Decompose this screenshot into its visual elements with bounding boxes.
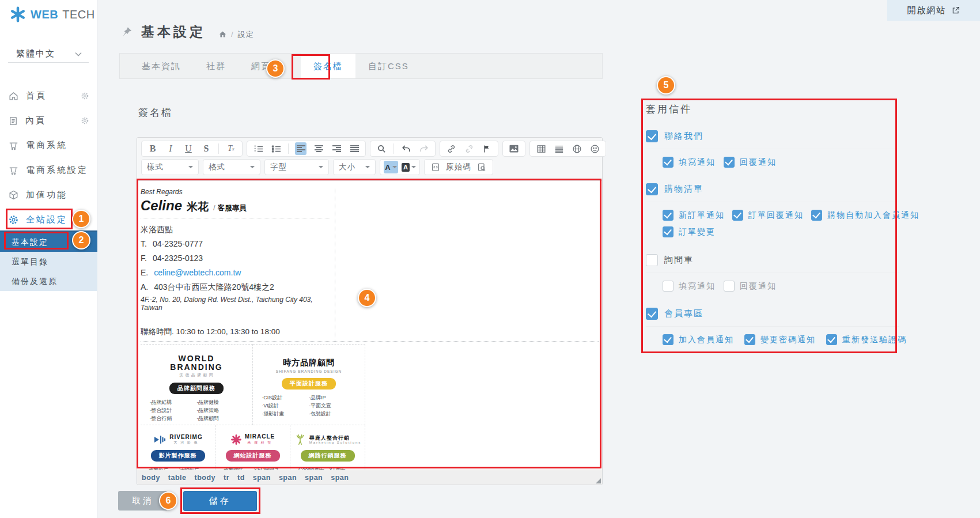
mail-sub-option[interactable]: 填寫通知 bbox=[663, 157, 716, 168]
home-icon[interactable] bbox=[218, 30, 227, 39]
brand-card-riverimg: RIVERIMG大 河 影 像 影片製作服務 ·形象影片·活動影片 ·廣告影片·… bbox=[141, 425, 215, 470]
tab-signature[interactable]: 簽名檔 bbox=[301, 54, 355, 78]
anchor-flag-icon[interactable] bbox=[481, 142, 493, 155]
align-center-icon[interactable] bbox=[313, 142, 324, 155]
signature-regards: Best Regards bbox=[141, 188, 330, 196]
text-color-button[interactable]: A bbox=[384, 161, 398, 173]
sidebar-item-inner-pages[interactable]: 內頁 bbox=[0, 108, 97, 133]
logo-text-web: WEB bbox=[31, 8, 58, 21]
remove-format-icon[interactable]: Tx bbox=[225, 142, 237, 155]
preview-icon[interactable] bbox=[476, 161, 487, 173]
gear-icon[interactable] bbox=[81, 116, 89, 125]
format-dropdown[interactable]: 格式 bbox=[203, 159, 260, 175]
checkbox[interactable] bbox=[811, 210, 822, 221]
mail-group-header[interactable]: 會員專區 bbox=[646, 308, 899, 320]
mail-group-header[interactable]: 詢問車 bbox=[646, 254, 899, 266]
unlink-icon[interactable] bbox=[463, 142, 475, 155]
resize-handle[interactable] bbox=[596, 478, 601, 483]
mail-sub-option[interactable]: 購物自動加入會員通知 bbox=[811, 210, 920, 221]
tab-custom-css[interactable]: 自訂CSS bbox=[355, 54, 422, 78]
sidebar-item-ecommerce-settings[interactable]: 電商系統設定 bbox=[0, 158, 97, 183]
open-site-link[interactable]: 開啟網站 bbox=[887, 0, 980, 21]
mail-sub-option[interactable]: 加入會員通知 bbox=[663, 334, 734, 345]
sidebar-item-home[interactable]: 首頁 bbox=[0, 84, 97, 108]
checkbox[interactable] bbox=[646, 254, 658, 266]
background-color-button[interactable]: A bbox=[402, 161, 416, 173]
mail-sub-option[interactable]: 填寫通知 bbox=[663, 281, 716, 292]
source-code-label[interactable]: 原始碼 bbox=[446, 162, 471, 172]
size-dropdown[interactable]: 大小 bbox=[333, 159, 376, 175]
source-code-icon[interactable] bbox=[430, 161, 441, 173]
italic-icon[interactable]: I bbox=[165, 142, 176, 155]
style-dropdown[interactable]: 樣式 bbox=[141, 159, 199, 175]
checkbox[interactable] bbox=[744, 334, 755, 345]
underline-icon[interactable]: U bbox=[183, 142, 194, 155]
submenu-item-backup-restore[interactable]: 備份及還原 bbox=[0, 271, 97, 291]
mail-sub-option[interactable]: 訂單回覆通知 bbox=[732, 210, 804, 221]
signature-email: E.celine@webtech.com.tw bbox=[141, 266, 330, 280]
sidebar-item-ecommerce[interactable]: 電商系統 bbox=[0, 133, 97, 158]
brand-pill: 網站設計服務 bbox=[226, 450, 280, 462]
brand-pill: 影片製作服務 bbox=[151, 450, 205, 462]
app-logo[interactable]: WEB TECH bbox=[9, 6, 95, 23]
settings-tabbar: 基本資訊 社群 網頁S 簽名檔 自訂CSS bbox=[119, 53, 603, 79]
submenu-item-menu-catalog[interactable]: 選單目錄 bbox=[0, 252, 97, 271]
image-icon[interactable] bbox=[508, 142, 520, 155]
align-justify-icon[interactable] bbox=[349, 142, 360, 155]
checkbox[interactable] bbox=[663, 210, 673, 221]
annotation-badge-4: 4 bbox=[358, 289, 376, 307]
checkbox[interactable] bbox=[646, 308, 658, 320]
checkbox[interactable] bbox=[663, 334, 673, 345]
language-selector[interactable]: 繁體中文 bbox=[16, 48, 82, 59]
pin-icon[interactable] bbox=[121, 26, 133, 38]
sidebar: WEB TECH 繁體中文 首頁 內頁 bbox=[0, 0, 97, 518]
gear-icon[interactable] bbox=[81, 92, 89, 100]
link-icon[interactable] bbox=[445, 142, 457, 155]
undo-icon[interactable] bbox=[400, 142, 412, 155]
smiley-icon[interactable] bbox=[589, 142, 600, 155]
tab-basic-info[interactable]: 基本資訊 bbox=[129, 54, 194, 78]
mail-group-shopping-list: 購物清單 新訂單通知 訂單回覆通知 購物自動加入會員通知 訂單變更 bbox=[646, 183, 899, 237]
signature-name: Celine米花/客服專員 bbox=[141, 198, 330, 214]
horizontal-rule-icon[interactable] bbox=[553, 142, 565, 155]
editor-element-path[interactable]: body table tbody tr td span span span sp… bbox=[137, 470, 602, 485]
bulleted-list-icon[interactable] bbox=[270, 142, 282, 155]
mail-group-header[interactable]: 聯絡我們 bbox=[646, 130, 899, 142]
tab-social[interactable]: 社群 bbox=[194, 54, 239, 78]
font-dropdown[interactable]: 字型 bbox=[264, 159, 329, 175]
cube-icon bbox=[8, 190, 19, 201]
checkbox[interactable] bbox=[663, 281, 673, 292]
checkbox[interactable] bbox=[826, 334, 837, 345]
redo-icon[interactable] bbox=[418, 142, 430, 155]
checkbox[interactable] bbox=[724, 281, 735, 292]
align-right-icon[interactable] bbox=[331, 142, 342, 155]
gear-icon bbox=[8, 214, 19, 225]
mail-sub-option[interactable]: 回覆通知 bbox=[724, 281, 777, 292]
checkbox[interactable] bbox=[724, 157, 735, 168]
globe-icon[interactable] bbox=[571, 142, 582, 155]
checkbox[interactable] bbox=[663, 157, 673, 168]
checkbox[interactable] bbox=[663, 226, 673, 237]
table-icon[interactable] bbox=[535, 142, 547, 155]
mail-sub-option[interactable]: 新訂單通知 bbox=[663, 210, 725, 221]
breadcrumb-settings[interactable]: 設定 bbox=[238, 29, 254, 40]
sidebar-item-addons[interactable]: 加值功能 bbox=[0, 183, 97, 207]
save-button[interactable]: 儲存 bbox=[183, 491, 257, 511]
strikethrough-icon[interactable]: S bbox=[200, 142, 212, 155]
mail-sub-option[interactable]: 重新發送驗證碼 bbox=[826, 334, 907, 345]
align-left-icon[interactable] bbox=[295, 142, 307, 155]
checkbox[interactable] bbox=[646, 183, 658, 195]
mail-sub-option[interactable]: 訂單變更 bbox=[663, 226, 716, 237]
brand-card-miracle: MIRACLE米 羅 科 技 網站設計服務 ·形象網站·SEO關鍵字 ·電商網站… bbox=[215, 425, 290, 470]
checkbox[interactable] bbox=[732, 210, 743, 221]
page-header: 基本設定 / 設定 bbox=[121, 23, 254, 41]
search-icon[interactable] bbox=[376, 142, 387, 155]
mail-sub-option[interactable]: 變更密碼通知 bbox=[744, 334, 816, 345]
editor-content-area[interactable]: Best Regards Celine米花/客服專員 米洛西點 T.04-232… bbox=[137, 181, 602, 470]
bold-icon[interactable]: B bbox=[147, 142, 158, 155]
numbered-list-icon[interactable] bbox=[252, 142, 264, 155]
checkbox[interactable] bbox=[646, 130, 658, 142]
mail-group-header[interactable]: 購物清單 bbox=[646, 183, 899, 195]
mail-sub-option[interactable]: 回覆通知 bbox=[724, 157, 777, 168]
email-link[interactable]: celine@webtech.com.tw bbox=[154, 268, 241, 277]
